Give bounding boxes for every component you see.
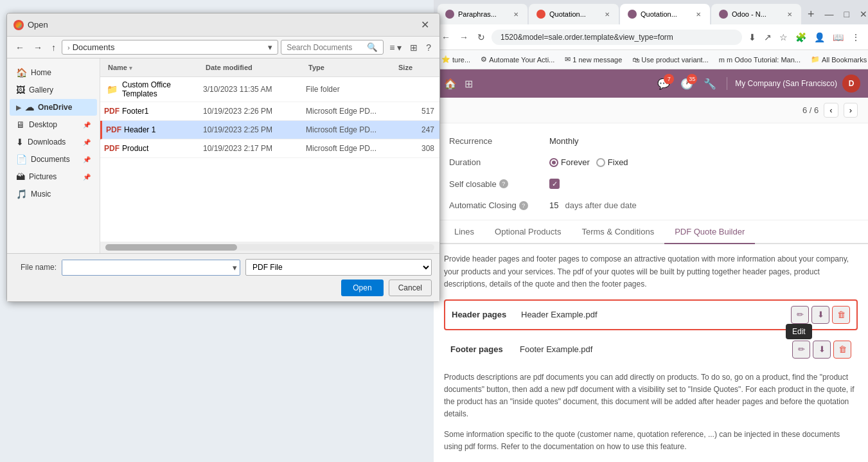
header-download-button[interactable]: ⬇ xyxy=(811,306,829,324)
duration-fixed-option[interactable]: Fixed xyxy=(596,157,628,167)
tab-pdf-content: Provide header pages and footer pages to… xyxy=(434,244,868,462)
filename-dropdown-button[interactable]: ▾ xyxy=(230,260,240,275)
auto-closing-help-icon[interactable]: ? xyxy=(519,201,528,210)
file-name-1: Footer1 xyxy=(122,107,203,116)
extension-icon[interactable]: 🧩 xyxy=(793,30,809,45)
col-header-date[interactable]: Date modified xyxy=(203,61,306,74)
tab-close-odoo[interactable]: ✕ xyxy=(786,10,793,19)
share-icon[interactable]: ↗ xyxy=(761,30,774,45)
view-thumbnail-button[interactable]: ⊞ xyxy=(407,41,421,54)
self-closable-help-icon[interactable]: ? xyxy=(499,179,508,188)
address-bar[interactable] xyxy=(492,30,742,45)
search-input[interactable] xyxy=(287,43,364,52)
tab-pdf-quote-builder[interactable]: PDF Quote Builder xyxy=(664,220,755,244)
bookmark-item-5[interactable]: m m Odoo Tutorial: Man... xyxy=(716,55,803,65)
tab-controls: — □ ✕ xyxy=(821,8,868,21)
sidebar-item-pictures[interactable]: 🏔 Pictures 📌 xyxy=(10,168,97,185)
footer-delete-button[interactable]: 🗑 xyxy=(833,341,851,359)
bookmark-item-all[interactable]: 📁 All Bookmarks xyxy=(808,54,868,65)
dialog-title-text: Open xyxy=(28,20,48,30)
tab-odoo[interactable]: Odoo - N... ✕ xyxy=(711,4,801,24)
odoo-left-icons: 🏠 ⊞ xyxy=(441,75,475,93)
sidebar-item-home[interactable]: 🏠 Home xyxy=(10,64,97,81)
tab-close-quotation1[interactable]: ✕ xyxy=(603,10,611,19)
close-button[interactable]: ✕ xyxy=(856,8,868,21)
sidebar-item-onedrive[interactable]: ▶ ☁ OneDrive xyxy=(10,99,97,116)
file-item-3[interactable]: PDF Product 10/19/2023 2:17 PM Microsoft… xyxy=(100,139,439,158)
footer-edit-button[interactable]: ✏ xyxy=(792,341,810,359)
tab-close-paraphrase[interactable]: ✕ xyxy=(512,10,520,19)
file-item-0[interactable]: 📁 Custom Office Templates 3/10/2023 11:3… xyxy=(100,77,439,102)
dialog-up-button[interactable]: ↑ xyxy=(48,40,59,55)
sidebar-item-documents[interactable]: 📄 Documents 📌 xyxy=(10,151,97,168)
path-dropdown-button[interactable]: ▾ xyxy=(268,42,272,52)
recurrence-value: Monthly xyxy=(549,136,579,146)
star-icon[interactable]: ☆ xyxy=(777,30,790,45)
open-button[interactable]: Open xyxy=(341,280,383,296)
duration-fixed-radio[interactable] xyxy=(596,158,605,167)
horizontal-scrollbar[interactable] xyxy=(105,244,434,251)
new-tab-button[interactable]: + xyxy=(802,5,820,24)
bookmark-item-1[interactable]: ⭐ ture... xyxy=(439,54,473,65)
prev-page-button[interactable]: ‹ xyxy=(824,103,838,118)
bookmark-label-2: Automate Your Acti... xyxy=(489,56,554,64)
user-avatar[interactable]: D xyxy=(842,75,860,93)
onedrive-expand-icon: ▶ xyxy=(16,104,21,111)
file-item-1[interactable]: PDF Footer1 10/19/2023 2:26 PM Microsoft… xyxy=(100,102,439,121)
search-submit-button[interactable]: 🔍 xyxy=(367,42,378,52)
forward-button[interactable]: → xyxy=(457,30,471,45)
footer-download-button[interactable]: ⬇ xyxy=(813,341,831,359)
help-button[interactable]: ? xyxy=(423,41,434,54)
file-item-2[interactable]: PDF Header 1 10/19/2023 2:25 PM Microsof… xyxy=(100,121,439,139)
header-delete-button[interactable]: 🗑 xyxy=(832,306,850,324)
tab-terms-conditions[interactable]: Terms & Conditions xyxy=(571,220,664,244)
header-edit-button[interactable]: ✏ xyxy=(791,306,809,324)
self-closable-checkbox[interactable]: ✓ xyxy=(549,179,560,189)
dialog-close-button[interactable]: ✕ xyxy=(417,17,433,32)
tab-close-quotation2[interactable]: ✕ xyxy=(695,10,702,19)
filetype-select[interactable]: PDF File xyxy=(245,259,432,276)
sidebar-item-music[interactable]: 🎵 Music xyxy=(10,186,97,202)
duration-forever-radio[interactable] xyxy=(549,158,558,167)
view-menu-button[interactable]: ≡ ▾ xyxy=(386,41,405,54)
tools-icon[interactable]: 🔧 xyxy=(701,75,719,93)
tab-lines[interactable]: Lines xyxy=(444,220,484,244)
bookmark-item-2[interactable]: ⚙ Automate Your Acti... xyxy=(478,54,557,65)
sidebar-item-downloads[interactable]: ⬇ Downloads 📌 xyxy=(10,134,97,150)
apps-icon[interactable]: ⊞ xyxy=(462,75,475,93)
profile-icon[interactable]: 👤 xyxy=(811,30,828,45)
refresh-button[interactable]: ↻ xyxy=(475,30,488,45)
odoo-topbar: 🏠 ⊞ 💬 7 🕐 35 🔧 My Company (San Francisco… xyxy=(434,69,868,98)
bookmark-item-3[interactable]: ✉ 1 new message xyxy=(562,54,624,65)
back-button[interactable]: ← xyxy=(439,30,453,45)
tab-label-quotation2: Quotation... xyxy=(641,10,691,18)
sidebar-documents-label: Documents xyxy=(31,155,79,164)
minimize-button[interactable]: — xyxy=(821,8,838,21)
onedrive-nav-icon: ☁ xyxy=(25,102,34,112)
duration-forever-option[interactable]: Forever xyxy=(549,157,590,167)
dialog-back-button[interactable]: ← xyxy=(12,40,28,55)
reader-icon[interactable]: 📖 xyxy=(830,30,846,45)
discuss-icon[interactable]: 💬 7 xyxy=(655,75,673,93)
next-page-button[interactable]: › xyxy=(844,103,858,118)
activity-icon[interactable]: 🕐 35 xyxy=(678,75,696,93)
tab-quotation2[interactable]: Quotation... ✕ xyxy=(620,4,710,24)
col-header-name[interactable]: Name ▾ xyxy=(105,61,203,74)
maximize-button[interactable]: □ xyxy=(840,8,853,21)
tab-paraphrase[interactable]: Paraphras... ✕ xyxy=(438,4,527,24)
filename-input[interactable] xyxy=(62,260,230,274)
tab-quotation1[interactable]: Quotation... ✕ xyxy=(529,4,619,24)
bookmark-item-4[interactable]: 🛍 Use product variant... xyxy=(630,55,711,65)
tab-optional-products[interactable]: Optional Products xyxy=(484,220,571,244)
sidebar-item-gallery[interactable]: 🖼 Gallery xyxy=(10,82,97,98)
home-icon[interactable]: 🏠 xyxy=(441,75,459,93)
dialog-forward-button[interactable]: → xyxy=(30,40,46,55)
download-page-icon[interactable]: ⬇ xyxy=(746,30,759,45)
settings-icon[interactable]: ⋮ xyxy=(849,30,863,45)
col-header-type[interactable]: Type xyxy=(306,61,396,74)
sidebar-item-desktop[interactable]: 🖥 Desktop 📌 xyxy=(10,116,97,133)
pdf-icon-1: PDF xyxy=(105,105,118,117)
col-header-size[interactable]: Size xyxy=(396,61,434,74)
documents-pin-icon: 📌 xyxy=(83,156,91,163)
cancel-button[interactable]: Cancel xyxy=(389,280,432,296)
